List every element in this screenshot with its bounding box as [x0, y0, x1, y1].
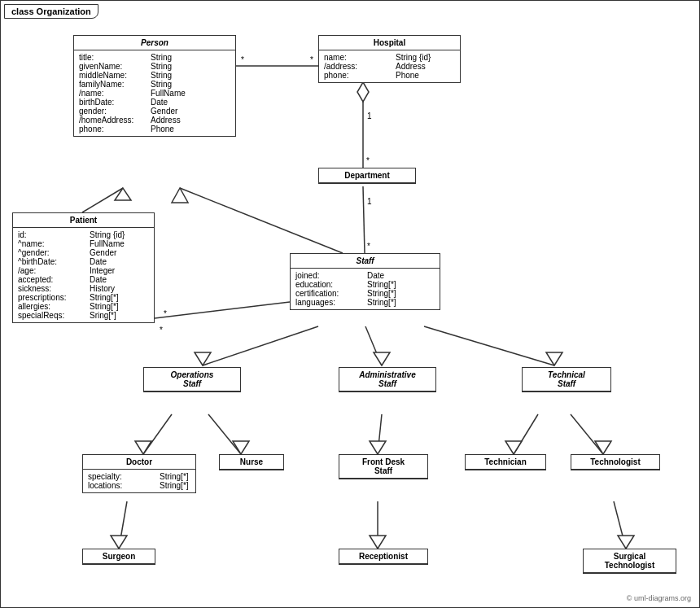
svg-text:*: * — [310, 55, 313, 64]
svg-marker-24 — [135, 441, 151, 454]
svg-line-21 — [424, 326, 554, 365]
svg-line-7 — [363, 186, 365, 253]
class-technician: Technician — [465, 454, 546, 470]
class-technical-staff: TechnicalStaff — [522, 367, 611, 392]
class-staff-body: joined:Date education:String[*] certific… — [291, 269, 440, 309]
svg-marker-38 — [618, 536, 634, 549]
svg-text:1: 1 — [367, 197, 372, 206]
class-technologist: Technologist — [571, 454, 660, 470]
svg-marker-11 — [115, 188, 131, 200]
class-department: Department — [318, 168, 416, 184]
class-front-desk-staff: Front DeskStaff — [339, 454, 428, 479]
class-operations-staff: OperationsStaff — [143, 367, 241, 392]
diagram-title: class Organization — [4, 4, 98, 19]
svg-marker-32 — [595, 441, 611, 454]
class-doctor: Doctor specialty:String[*] locations:Str… — [82, 454, 196, 493]
svg-marker-30 — [505, 441, 522, 454]
svg-line-19 — [365, 326, 382, 365]
svg-line-14 — [155, 302, 290, 318]
class-staff: Staff joined:Date education:String[*] ce… — [290, 253, 440, 310]
class-hospital: Hospital name:String {id} /address:Addre… — [318, 35, 461, 83]
svg-line-25 — [208, 414, 241, 454]
class-surgical-technologist: SurgicalTechnologist — [583, 549, 676, 574]
svg-marker-13 — [172, 188, 188, 203]
class-patient: Patient id:String {id} ^name:FullName ^g… — [12, 212, 155, 323]
class-front-desk-staff-header: Front DeskStaff — [339, 455, 427, 479]
class-surgeon: Surgeon — [82, 549, 155, 565]
svg-marker-20 — [374, 352, 390, 365]
class-hospital-body: name:String {id} /address:Address phone:… — [319, 50, 460, 82]
svg-marker-4 — [357, 82, 369, 102]
class-technical-staff-header: TechnicalStaff — [523, 368, 610, 391]
class-administrative-staff-header: AdministrativeStaff — [339, 368, 435, 391]
class-operations-staff-header: OperationsStaff — [144, 368, 240, 391]
class-patient-header: Patient — [13, 213, 154, 228]
class-technologist-header: Technologist — [571, 455, 659, 470]
svg-line-17 — [203, 326, 318, 365]
class-administrative-staff: AdministrativeStaff — [339, 367, 436, 392]
svg-text:*: * — [367, 242, 370, 251]
svg-text:1: 1 — [367, 112, 372, 120]
class-receptionist-header: Receptionist — [339, 549, 427, 564]
svg-line-27 — [378, 414, 382, 454]
svg-text:*: * — [366, 156, 370, 165]
svg-line-29 — [514, 414, 538, 454]
svg-line-12 — [180, 188, 343, 253]
svg-marker-22 — [546, 352, 562, 365]
class-technician-header: Technician — [466, 455, 545, 470]
svg-marker-18 — [195, 352, 211, 365]
class-nurse: Nurse — [219, 454, 284, 470]
svg-marker-28 — [370, 441, 386, 454]
svg-line-10 — [82, 188, 123, 212]
svg-marker-34 — [111, 536, 127, 549]
class-nurse-header: Nurse — [220, 455, 283, 470]
svg-line-31 — [571, 414, 603, 454]
svg-line-33 — [119, 501, 127, 549]
svg-text:*: * — [164, 309, 167, 318]
copyright: © uml-diagrams.org — [627, 594, 691, 602]
class-department-header: Department — [319, 168, 415, 183]
class-surgeon-header: Surgeon — [83, 549, 155, 564]
class-hospital-header: Hospital — [319, 36, 460, 50]
svg-marker-26 — [233, 441, 249, 454]
svg-text:*: * — [160, 326, 163, 335]
class-person-body: title:String givenName:String middleName… — [74, 50, 235, 136]
svg-line-23 — [143, 414, 172, 454]
class-person-header: Person — [74, 36, 235, 50]
class-person: Person title:String givenName:String mid… — [73, 35, 236, 137]
class-patient-body: id:String {id} ^name:FullName ^gender:Ge… — [13, 228, 154, 322]
class-receptionist: Receptionist — [339, 549, 428, 565]
class-doctor-header: Doctor — [83, 455, 195, 470]
diagram-container: class Organization * * 1 * 1 * * * — [0, 0, 700, 608]
class-doctor-body: specialty:String[*] locations:String[*] — [83, 470, 195, 492]
svg-text:*: * — [241, 55, 244, 64]
svg-marker-36 — [370, 536, 386, 549]
class-surgical-technologist-header: SurgicalTechnologist — [584, 549, 676, 573]
svg-line-37 — [614, 501, 626, 549]
class-staff-header: Staff — [291, 254, 440, 269]
